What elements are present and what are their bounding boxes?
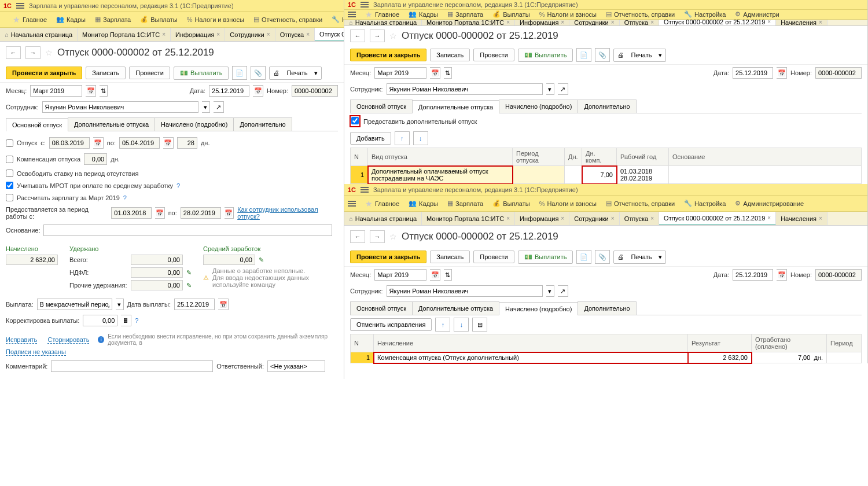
calendar-icon[interactable]: 📅 — [155, 207, 164, 219]
pencil-icon[interactable]: ✎ — [186, 282, 192, 289]
chk-pred-dop[interactable] — [351, 117, 359, 124]
btn-move-up[interactable]: ↑ — [435, 318, 450, 332]
btn-vyplatit[interactable]: 💵Выплатить — [518, 251, 573, 264]
menu-vyplaty[interactable]: 💰Выплаты — [492, 10, 529, 18]
calendar-icon[interactable]: 📅 — [777, 269, 787, 281]
nav-fwd[interactable]: → — [370, 30, 385, 42]
chk-osvob[interactable] — [6, 170, 13, 177]
menu-zarplata[interactable]: ▦Зарплата — [447, 200, 483, 207]
fav-icon[interactable]: ☆ — [389, 232, 397, 241]
menu-vyplaty[interactable]: 💰Выплаты — [140, 16, 177, 23]
close-icon[interactable]: × — [561, 215, 564, 222]
nav-back[interactable]: ← — [350, 30, 365, 42]
inp-osnov[interactable] — [43, 224, 332, 236]
btn-provesti-zakryt[interactable]: Провести и закрыть — [350, 251, 426, 263]
tab-otp[interactable]: Отпуска× — [275, 28, 315, 42]
open-icon[interactable]: ↗ — [558, 285, 568, 297]
nav-fwd[interactable]: → — [370, 230, 385, 243]
calendar-icon[interactable]: 📅 — [253, 85, 263, 97]
btn-zapisat[interactable]: Записать — [86, 67, 126, 79]
btn-zapisat[interactable]: Записать — [430, 251, 470, 263]
subtab-dopoln[interactable]: Дополнительно — [578, 301, 636, 315]
close-icon[interactable]: × — [267, 31, 270, 38]
btn-attach[interactable]: 📎 — [595, 48, 610, 62]
btn-settings[interactable]: ⊞ — [472, 318, 487, 332]
tab-home[interactable]: ⌂Начальная страница — [0, 28, 78, 42]
subtab-dop[interactable]: Дополнительные отпуска — [412, 301, 499, 315]
subtab-osn[interactable]: Основной отпуск — [350, 100, 413, 113]
inp-komm[interactable] — [51, 360, 213, 372]
close-icon[interactable]: × — [767, 20, 771, 25]
menu-otchetnost[interactable]: ▤Отчетность, справки — [253, 16, 322, 23]
calendar-icon[interactable]: 📅 — [430, 269, 440, 281]
subtab-dop[interactable]: Дополнительные отпуска — [412, 100, 499, 113]
inp-d2[interactable] — [119, 137, 160, 149]
tab-sotr[interactable]: Сотрудники× — [569, 20, 619, 26]
close-icon[interactable]: × — [561, 20, 564, 26]
tab-info[interactable]: Информация× — [515, 20, 569, 26]
tab-sotr[interactable]: Сотрудники× — [225, 28, 275, 42]
close-icon[interactable]: × — [819, 20, 822, 26]
tab-otp[interactable]: Отпуска× — [620, 212, 659, 226]
tab-nach[interactable]: Начисления× — [776, 212, 827, 226]
close-icon[interactable]: × — [650, 20, 654, 26]
tab-sotr[interactable]: Сотрудники× — [569, 212, 619, 226]
inp-mesyac[interactable] — [374, 269, 426, 281]
tab-info[interactable]: Информация× — [515, 212, 569, 226]
menu-zarplata[interactable]: ▦Зарплата — [447, 10, 483, 18]
calendar-icon[interactable]: 📅 — [218, 299, 229, 310]
calendar-icon[interactable]: 📅 — [163, 137, 174, 149]
link-ispravit[interactable]: Исправить — [6, 336, 37, 344]
close-icon[interactable]: × — [767, 215, 771, 221]
menu-nalogi[interactable]: %Налоги и взносы — [187, 16, 244, 23]
tab-doc[interactable]: Отпуск 0000-000002 от 25.12.2019× — [315, 28, 344, 42]
link-storno[interactable]: Сторнировать — [47, 336, 89, 344]
close-icon[interactable]: × — [819, 215, 822, 222]
btn-provesti[interactable]: Провести — [473, 251, 514, 263]
btn-move-up[interactable]: ↑ — [395, 131, 410, 145]
close-icon[interactable]: × — [611, 20, 615, 26]
btn-attach[interactable]: 📎 — [251, 66, 266, 80]
nav-back[interactable]: ← — [6, 46, 21, 59]
chk-komp[interactable] — [6, 156, 13, 163]
chevron-down-icon[interactable]: ▾ — [202, 101, 210, 113]
inp-data[interactable] — [733, 269, 773, 281]
inp-pd2[interactable] — [181, 207, 221, 219]
subtab-dopoln[interactable]: Дополнительно — [233, 117, 292, 131]
btn-attach[interactable]: 📎 — [595, 250, 610, 264]
btn-move-down[interactable]: ↓ — [413, 131, 428, 145]
menu-nastroyka[interactable]: 🔧Настройка — [332, 16, 344, 23]
menu-zarplata[interactable]: ▦Зарплата — [95, 16, 131, 23]
menu-admin[interactable]: ⚙Администри — [735, 10, 779, 18]
close-icon[interactable]: × — [506, 20, 510, 26]
menu-main[interactable]: ★Главное — [365, 199, 399, 208]
tab-home[interactable]: ⌂Начальная страница — [344, 20, 422, 26]
inp-otv[interactable] — [267, 360, 325, 372]
chevron-down-icon[interactable]: ▾ — [546, 285, 554, 297]
subtab-osn[interactable]: Основной отпуск — [350, 301, 413, 315]
open-icon[interactable]: ↗ — [558, 83, 568, 95]
menu-nalogi[interactable]: %Налоги и взносы — [539, 11, 597, 18]
btn-dobavit[interactable]: Добавить — [350, 132, 391, 145]
hamburger-icon[interactable] — [361, 187, 369, 193]
menu-kadry[interactable]: 👥Кадры — [409, 200, 438, 207]
btn-print[interactable]: 🖨Печать▾ — [613, 49, 666, 62]
chk-mrot[interactable] — [6, 182, 13, 189]
subtab-dopoln[interactable]: Дополнительно — [578, 100, 636, 113]
close-icon[interactable]: × — [306, 31, 310, 38]
calendar-icon[interactable]: 📅 — [225, 207, 234, 219]
tab-info[interactable]: Информация× — [171, 28, 225, 42]
btn-print[interactable]: 🖨Печать▾ — [613, 251, 666, 264]
close-icon[interactable]: × — [611, 215, 615, 222]
help-icon[interactable]: ? — [176, 182, 180, 189]
fav-icon[interactable]: ☆ — [389, 31, 397, 41]
menu-main[interactable]: ★Главное — [13, 15, 47, 24]
close-icon[interactable]: × — [216, 31, 220, 38]
close-icon[interactable]: × — [162, 31, 165, 38]
inp-sotr[interactable] — [42, 101, 198, 113]
calendar-icon[interactable]: 📅 — [430, 67, 440, 79]
tab-portal[interactable]: Монитор Портала 1С:ИТС× — [422, 212, 515, 226]
nav-back[interactable]: ← — [350, 230, 365, 243]
menu-nastroyka[interactable]: 🔧Настройка — [684, 200, 726, 207]
menu-vyplaty[interactable]: 💰Выплаты — [492, 200, 529, 207]
